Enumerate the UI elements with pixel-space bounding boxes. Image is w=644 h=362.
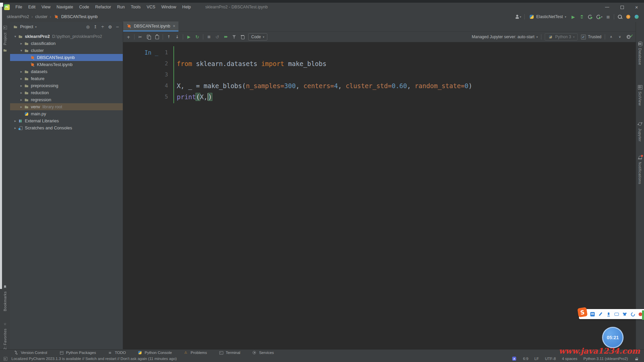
interpreter[interactable]: Python 3.11 (sklearnPro2): [583, 357, 628, 361]
tree-row-kmeanstest-ipynb[interactable]: KMeansTest.ipynb: [10, 61, 123, 68]
run-cell-button-icon[interactable]: ▶: [186, 34, 192, 40]
menu-edit[interactable]: Edit: [26, 4, 38, 10]
interrupt-kernel-button-icon[interactable]: ↺: [215, 34, 220, 40]
stripe-project-button[interactable]: Project: [3, 33, 7, 45]
minimize-button[interactable]: —: [600, 3, 614, 11]
tree-chevron-icon[interactable]: ▾: [13, 35, 18, 38]
lock-icon[interactable]: [635, 357, 639, 361]
menu-vcs[interactable]: VCS: [144, 4, 158, 10]
tab-close-icon[interactable]: ×: [173, 24, 175, 28]
maximize-button[interactable]: [614, 3, 629, 11]
stop-button[interactable]: ■: [605, 14, 611, 19]
menu-view[interactable]: View: [39, 4, 53, 10]
copy-cell-button-icon[interactable]: [146, 34, 151, 40]
line-separator[interactable]: LF: [534, 357, 539, 361]
tool-button-python-packages[interactable]: Python Packages: [59, 350, 96, 355]
settings-gear-button[interactable]: ⚙: [107, 24, 113, 29]
tree-row-regression[interactable]: ▸regression: [10, 96, 123, 103]
menu-window[interactable]: Window: [159, 4, 178, 10]
jupyter-server-dropdown[interactable]: Managed Jupyter server: auto-start ▾: [472, 35, 538, 39]
user-menu[interactable]: ▾: [515, 14, 521, 19]
tool-button-version-control[interactable]: Version Control: [13, 350, 47, 355]
microphone-icon[interactable]: [606, 312, 611, 316]
close-button[interactable]: ×: [629, 3, 644, 11]
breadcrumb-item[interactable]: sklearnPro2: [7, 14, 29, 19]
breadcrumb-item[interactable]: DBSCANTest.ipynb: [61, 14, 98, 19]
run-config-selector[interactable]: ElasticNetTest ▾: [528, 13, 568, 20]
stop-kernel-button-icon[interactable]: ■: [206, 34, 212, 40]
menu-run[interactable]: Run: [115, 4, 127, 10]
move-cell-up-button-icon[interactable]: ↑: [166, 34, 171, 40]
restart-kernel-button-icon[interactable]: ↻: [195, 34, 200, 40]
tree-chevron-icon[interactable]: ▸: [19, 77, 24, 80]
tree-chevron-icon[interactable]: ▸: [19, 84, 24, 87]
tree-row-datasets[interactable]: ▸datasets: [10, 68, 123, 75]
settings-sync-icon[interactable]: [634, 14, 639, 19]
tree-row-preprocessing[interactable]: ▸preprocessing: [10, 82, 123, 89]
tree-row-feature[interactable]: ▸feature: [10, 75, 123, 82]
collapse-all-button[interactable]: ↥: [93, 24, 98, 29]
menu-navigate[interactable]: Navigate: [54, 4, 75, 10]
tree-row-reduction[interactable]: ▸reduction: [10, 89, 123, 96]
tab-dbscantest[interactable]: DBSCANTest.ipynb ×: [123, 21, 178, 32]
tree-row-dbscantest-ipynb[interactable]: DBSCANTest.ipynb: [10, 54, 123, 61]
keyboard-icon[interactable]: [614, 312, 619, 316]
skin-icon[interactable]: [623, 312, 627, 316]
tree-chevron-icon[interactable]: ▸: [13, 119, 18, 123]
tree-row-venv[interactable]: ▸venvlibrary root: [10, 103, 123, 110]
kernel-dropdown[interactable]: Python 3 ▾: [545, 33, 577, 41]
tool-button-problems[interactable]: ⚠Problems: [183, 350, 207, 355]
hide-panel-button[interactable]: −: [115, 24, 120, 29]
debug-button[interactable]: [579, 14, 584, 19]
next-cell-button[interactable]: ∨: [617, 34, 623, 40]
recording-timer[interactable]: 05:21: [602, 327, 624, 348]
cell-type-dropdown[interactable]: Code ▾: [248, 33, 267, 41]
run-all-cells-button-icon[interactable]: ▶▶: [223, 34, 228, 40]
stripe-button-bookmarks[interactable]: Bookmarks: [2, 284, 8, 311]
stripe-button-database[interactable]: Database: [637, 41, 643, 65]
tool-window-switcher-icon[interactable]: [3, 357, 8, 361]
stripe-button-2-favorites[interactable]: ☆2: Favorites: [2, 321, 8, 350]
cut-cell-button-icon[interactable]: ✂: [138, 34, 143, 40]
tree-row-classification[interactable]: ▸classification: [10, 40, 123, 47]
stripe-button-sciview[interactable]: SciView: [637, 84, 643, 106]
tree-chevron-icon[interactable]: ▸: [19, 42, 24, 45]
update-available-icon[interactable]: [626, 14, 631, 19]
file-encoding[interactable]: UTF-8: [545, 357, 556, 361]
inspections-ok-icon[interactable]: ✓: [630, 34, 633, 38]
profiler-button[interactable]: ▾: [596, 14, 602, 19]
tree-chevron-icon[interactable]: ▸: [19, 91, 24, 95]
tree-row-cluster[interactable]: ▾cluster: [10, 47, 123, 54]
handwriting-icon[interactable]: [598, 312, 603, 316]
notebook-editor[interactable]: In _12from sklearn.datasets import make_…: [123, 42, 636, 102]
paste-cell-button-icon[interactable]: [154, 34, 160, 40]
caret-position[interactable]: 6:9: [523, 357, 528, 361]
project-view-dropdown[interactable]: ▾: [35, 25, 37, 28]
menu-refactor[interactable]: Refactor: [93, 4, 113, 10]
split-button[interactable]: ÷: [100, 24, 105, 29]
project-panel-title[interactable]: Project: [20, 24, 33, 29]
status-message[interactable]: Localized PyCharm 2023.1.3 is available …: [11, 357, 177, 361]
tree-row-main-py[interactable]: main.py: [10, 110, 123, 117]
sogou-logo-icon[interactable]: S: [577, 307, 587, 317]
toolbox-icon[interactable]: [631, 312, 635, 316]
run-button[interactable]: ▶: [571, 14, 576, 19]
run-with-coverage-button[interactable]: [587, 14, 593, 19]
trusted-checkbox[interactable]: ✓ Trusted: [581, 35, 601, 40]
delete-cell-button-icon[interactable]: [240, 34, 245, 40]
tree-row-scratches-and-consoles[interactable]: ▸Scratches and Consoles: [10, 124, 123, 131]
breadcrumb-item[interactable]: cluster: [35, 14, 48, 19]
tool-button-python-console[interactable]: Python Console: [137, 350, 172, 355]
indent-style[interactable]: 4 spaces: [562, 357, 577, 361]
stripe-button-jupyter[interactable]: Jupyter: [637, 121, 643, 142]
more-icon[interactable]: [639, 312, 641, 316]
stripe-button-notifications[interactable]: Notifications: [637, 155, 643, 184]
tree-chevron-icon[interactable]: ▸: [19, 105, 24, 109]
tool-button-todo[interactable]: ≡TODO: [107, 350, 126, 355]
input-method-toolbar[interactable]: S: [579, 309, 644, 319]
tree-chevron-icon[interactable]: ▸: [13, 126, 18, 130]
add-cell-button-icon[interactable]: +: [126, 34, 131, 40]
translate-icon[interactable]: [512, 356, 517, 361]
menu-file[interactable]: File: [13, 4, 24, 10]
locate-file-button[interactable]: ◎: [85, 24, 91, 29]
